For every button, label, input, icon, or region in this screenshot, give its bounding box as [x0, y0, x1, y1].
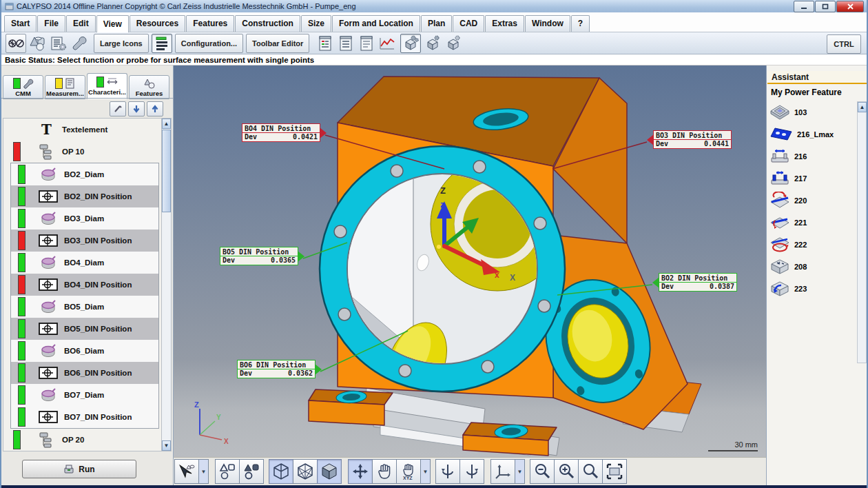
assistant-scroll-up-icon[interactable]: ▲ [858, 102, 867, 112]
status-bar [18, 253, 25, 272]
coordinate-system-button[interactable] [490, 459, 515, 484]
tree-item-bo2-diam[interactable]: BO2_Diam [11, 163, 158, 185]
hand-xyz-icon: XYZ [400, 462, 417, 480]
report-icon[interactable] [335, 34, 356, 52]
power-feature-216[interactable]: 216 [769, 145, 858, 167]
tree-item-label: OP 10 [62, 148, 84, 156]
view-shaded-button[interactable] [317, 459, 342, 484]
menu-tab--[interactable]: ? [571, 15, 590, 32]
power-feature-220[interactable]: 220 [769, 190, 858, 212]
power-feature-216-lmax[interactable]: 216_Lmax [769, 123, 858, 145]
tree-item-bo7-din-position[interactable]: BO7_DIN Position [11, 406, 158, 428]
tree-item-bo6-din-position[interactable]: BO6_DIN Position [11, 362, 158, 384]
features-outline-button[interactable] [215, 459, 240, 484]
maximize-button[interactable] [815, 1, 836, 12]
callout-deviation: Dev0.0441 [654, 140, 731, 148]
plan-settings-icon[interactable] [48, 34, 69, 52]
tree-item-bo2-din-position[interactable]: BO2_DIN Position [11, 185, 158, 207]
measurement-plan-panel: CMMMeasurem...Characteri...Features TTex… [1, 65, 174, 485]
power-feature-221[interactable]: 221 [769, 212, 858, 234]
minimize-button[interactable] [794, 1, 814, 12]
menu-tab-plan[interactable]: Plan [421, 15, 452, 32]
tree-item-bo5-din-position[interactable]: BO5_DIN Position [11, 318, 158, 340]
scroll-up-icon[interactable]: ▲ [162, 119, 171, 129]
menu-tab-file[interactable]: File [37, 15, 65, 32]
tree-item-bo5-diam[interactable]: BO5_Diam [11, 296, 158, 318]
cube-gear-icon[interactable] [422, 34, 443, 52]
tree-item-op-10[interactable]: OP 10 [3, 141, 162, 163]
status-line: Basic Status: Select function or probe f… [1, 54, 867, 65]
3d-viewport[interactable]: Z z x X Z Y X BO4_DIN PositionDev0.0421B… [174, 65, 766, 457]
tree-item-bo3-diam[interactable]: BO3_Diam [11, 207, 158, 230]
position-diameter-button[interactable] [6, 34, 26, 53]
status-bar [18, 165, 25, 184]
features-shapes-icon[interactable] [28, 34, 48, 52]
menu-tab-form-and-location[interactable]: Form and Location [332, 15, 420, 32]
tab-features[interactable]: Features [129, 75, 169, 99]
toolbar-editor-button[interactable]: Toolbar Editor [246, 34, 309, 53]
rotate-vertical-button[interactable] [435, 459, 460, 484]
tree-item-op-20[interactable]: OP 20 [3, 429, 162, 451]
cube-gear-alt-icon[interactable] [443, 34, 464, 52]
power-feature-103[interactable]: 103 [769, 101, 858, 123]
tree-item-bo4-din-position[interactable]: BO4_DIN Position [11, 274, 158, 296]
scroll-down-icon[interactable]: ▼ [162, 440, 171, 451]
tree-item-bo7-diam[interactable]: BO7_Diam [11, 384, 158, 406]
scroll-thumb[interactable] [162, 130, 171, 212]
list-view-button[interactable] [152, 34, 172, 53]
menu-tab-construction[interactable]: Construction [235, 15, 300, 32]
menu-tab-extras[interactable]: Extras [485, 15, 524, 32]
power-feature-208[interactable]: 208 [769, 256, 858, 278]
coordinate-system-dropdown[interactable]: ▼ [515, 459, 525, 484]
select-feature-button[interactable] [174, 459, 199, 484]
zoom-out-button[interactable] [530, 459, 555, 484]
move-down-icon[interactable] [128, 101, 145, 116]
tab-cmm[interactable]: CMM [3, 75, 43, 99]
move-up-icon[interactable] [147, 101, 163, 116]
power-feature-217[interactable]: 217 [769, 167, 858, 190]
menu-tab-start[interactable]: Start [4, 15, 37, 32]
fit-view-button[interactable] [602, 459, 627, 484]
drag-hand-xyz-dropdown[interactable]: ▼ [420, 459, 431, 484]
chart-icon[interactable] [377, 34, 397, 52]
assistant-scrollbar[interactable]: ▲ [857, 101, 867, 363]
menu-tab-window[interactable]: Window [525, 15, 570, 32]
tree-item-bo3-din-position[interactable]: BO3_DIN Position [11, 230, 158, 252]
tab-characteri[interactable]: Characteri... [87, 73, 127, 99]
menu-tab-cad[interactable]: CAD [453, 15, 484, 32]
view-wireframe-button[interactable] [269, 459, 293, 484]
drag-hand-xyz-button[interactable]: XYZ [396, 459, 421, 484]
tree-item-bo6-diam[interactable]: BO6_Diam [11, 340, 158, 362]
edit-pencil-icon[interactable] [110, 101, 126, 116]
wrench-icon[interactable] [69, 34, 90, 52]
run-button[interactable]: Run [22, 460, 136, 478]
tab-measurem[interactable]: Measurem... [45, 75, 85, 99]
pan-view-button[interactable] [348, 459, 373, 484]
cube-gears-button[interactable] [400, 34, 421, 53]
close-button[interactable] [836, 1, 864, 12]
report-plain-icon[interactable] [356, 34, 377, 52]
tree-scrollbar[interactable]: ▲ ▼ [161, 118, 172, 451]
ctrl-button[interactable]: CTRL [827, 34, 861, 54]
zoom-window-button[interactable] [578, 459, 603, 484]
report-color-icon[interactable] [315, 34, 335, 52]
select-feature-dropdown[interactable]: ▼ [198, 459, 209, 484]
menu-tab-features[interactable]: Features [186, 15, 234, 32]
rotate-horizontal-button[interactable] [459, 459, 484, 484]
tree-item-bo4-diam[interactable]: BO4_Diam [11, 252, 158, 274]
configuration-button[interactable]: Configuration... [175, 34, 243, 53]
menu-tab-edit[interactable]: Edit [66, 15, 96, 32]
menu-tab-view[interactable]: View [96, 15, 129, 32]
large-icons-button[interactable]: Large Icons [94, 34, 149, 53]
tree-item-textelement[interactable]: TTextelement [3, 119, 162, 141]
tree-item-label: BO3_DIN Position [64, 236, 132, 245]
power-feature-223[interactable]: 223 [769, 278, 858, 300]
menu-tab-size[interactable]: Size [301, 15, 331, 32]
zoom-in-button[interactable] [554, 459, 579, 484]
power-feature-222[interactable]: 222 [769, 234, 858, 256]
menu-tab-resources[interactable]: Resources [130, 15, 185, 32]
view-hidden-line-button[interactable] [293, 459, 318, 484]
position-icon [38, 187, 59, 205]
drag-hand-button[interactable] [372, 459, 397, 484]
features-solid-button[interactable] [239, 459, 264, 484]
